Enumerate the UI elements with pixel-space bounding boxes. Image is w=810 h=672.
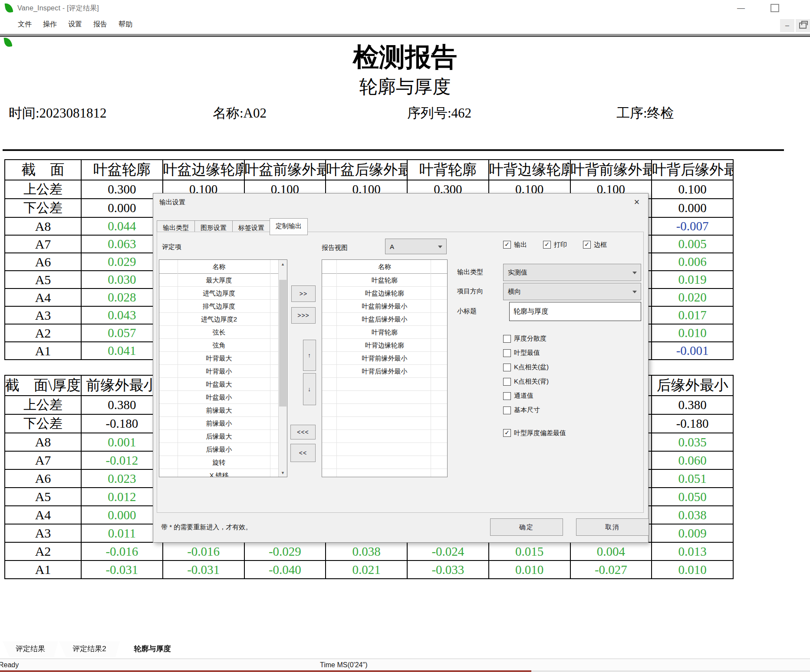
maximize-button[interactable]: [765, 0, 785, 16]
checkbox-K点相关(背)[interactable]: K点相关(背): [503, 374, 549, 389]
scrollbar-thumb[interactable]: [279, 280, 286, 406]
menu-item[interactable]: 设置: [68, 17, 82, 29]
value-cell: 0.017: [652, 306, 733, 324]
report-view-select[interactable]: A: [385, 239, 447, 254]
unchecked-checkbox-icon[interactable]: [503, 392, 511, 400]
list-item[interactable]: 叶盆边缘轮廓: [322, 287, 447, 300]
value-cell: 0.380: [652, 396, 733, 414]
mdi-minimize-icon: –: [785, 22, 789, 30]
column-header: 叶背轮廓: [407, 160, 489, 180]
menu-item[interactable]: 文件: [18, 17, 32, 29]
list-item[interactable]: 叶背边缘轮廓: [322, 339, 447, 352]
checkbox-打印[interactable]: 打印: [543, 239, 567, 250]
move-up-button[interactable]: ↑: [303, 340, 316, 371]
header-row: 截 面叶盆轮廓叶盆边缘轮廓叶盆前缘外最小叶盆后缘外最小叶背轮廓叶背边缘轮廓叶背前…: [5, 160, 733, 180]
value-cell: -0.033: [407, 561, 489, 579]
list-item[interactable]: 叶盆轮廓: [322, 274, 447, 287]
scroll-down-icon[interactable]: ▼: [279, 469, 287, 477]
ok-button[interactable]: 确定: [490, 518, 563, 536]
menu-separator: [0, 34, 810, 37]
unchecked-checkbox-icon[interactable]: [503, 335, 511, 343]
menu-item[interactable]: 操作: [43, 17, 57, 29]
unchecked-checkbox-icon[interactable]: [503, 349, 511, 357]
list-item[interactable]: 叶盆后缘外最小: [322, 313, 447, 326]
move-down-button[interactable]: ↓: [303, 373, 316, 405]
grid-line: [178, 260, 178, 477]
unchecked-checkbox-icon[interactable]: [503, 406, 511, 414]
value-cell: 0.000: [81, 506, 163, 524]
checked-checkbox-icon[interactable]: [503, 429, 511, 437]
sheet-tab-2[interactable]: 评定结果2: [59, 641, 120, 657]
output-type-select[interactable]: 实测值: [503, 264, 641, 281]
menu-item[interactable]: 报告: [93, 17, 107, 29]
value-cell: 0.000: [652, 199, 733, 217]
checkbox-叶型厚度偏差最值[interactable]: 叶型厚度偏差最值: [503, 428, 566, 438]
checked-checkbox-icon[interactable]: [543, 241, 551, 249]
list-item[interactable]: [322, 378, 447, 391]
value-cell: -0.040: [244, 561, 326, 579]
checkbox-通道值[interactable]: 通道值: [503, 389, 549, 403]
checkbox-label: 打印: [554, 241, 567, 249]
dialog-tab-4[interactable]: 定制输出: [270, 218, 308, 235]
close-button[interactable]: ×: [631, 196, 643, 208]
list-item[interactable]: [322, 469, 447, 477]
output-type-value: 实测值: [508, 269, 527, 277]
checkbox-K点相关(盆)[interactable]: K点相关(盆): [503, 360, 549, 374]
list-item[interactable]: 叶背轮廓: [322, 326, 447, 339]
scroll-up-icon[interactable]: ▲: [279, 260, 287, 268]
list-item[interactable]: [322, 456, 447, 469]
sheet-tab-bar: 评定结果评定结果2轮廓与厚度: [0, 641, 810, 659]
value-cell: 0.029: [81, 253, 163, 271]
menu-item[interactable]: 帮助: [119, 17, 132, 29]
checkbox-label: 叶型最值: [514, 349, 540, 357]
minimize-button[interactable]: —: [731, 0, 751, 16]
list-item[interactable]: 叶背前缘外最小: [322, 352, 447, 365]
sheet-tab-3[interactable]: 轮廓与厚度: [121, 641, 184, 657]
checkbox-边框[interactable]: 边框: [583, 239, 607, 250]
checked-checkbox-icon[interactable]: [503, 241, 511, 249]
list-item[interactable]: [322, 391, 447, 404]
window-title: Vane_Inspect - [评定结果]: [17, 4, 99, 13]
checkbox-输出[interactable]: 输出: [503, 239, 527, 250]
value-cell: 0.380: [81, 396, 163, 414]
mdi-minimize-button[interactable]: –: [780, 19, 794, 32]
subtitle-input[interactable]: 轮廓与厚度: [509, 302, 641, 321]
list-item[interactable]: 叶背后缘外最小: [322, 365, 447, 378]
sheet-tab-1[interactable]: 评定结果: [3, 641, 58, 657]
value-cell: 0.011: [81, 524, 163, 542]
checkbox-label: 边框: [594, 241, 607, 249]
checkbox-厚度分散度[interactable]: 厚度分散度: [503, 331, 549, 346]
status-time: Time MS(0'24"): [320, 661, 368, 669]
checkbox-label: K点相关(背): [514, 377, 549, 386]
add-all-button[interactable]: >>>: [291, 307, 316, 324]
list-item[interactable]: [322, 443, 447, 456]
checked-checkbox-icon[interactable]: [583, 241, 591, 249]
mdi-restore-button[interactable]: [796, 19, 810, 32]
report-view-label: 报告视图: [322, 244, 348, 252]
item-direction-select[interactable]: 横向: [503, 283, 641, 300]
checkbox-label: 输出: [514, 241, 527, 249]
cancel-button[interactable]: 取消: [576, 518, 649, 536]
list-item[interactable]: [322, 417, 447, 430]
maximize-icon: [770, 4, 779, 12]
add-button[interactable]: >>: [291, 285, 316, 302]
dialog-title[interactable]: 输出设置: [159, 198, 185, 207]
value-cell: -0.180: [652, 414, 733, 433]
title-bar[interactable]: Vane_Inspect - [评定结果] —: [0, 0, 810, 16]
scrollbar[interactable]: ▲ ▼: [278, 260, 287, 477]
header-rule: [3, 149, 784, 151]
list-item[interactable]: [322, 404, 447, 417]
list-item[interactable]: 叶盆前缘外最小: [322, 300, 447, 313]
app-icon: [5, 3, 13, 13]
row-label: A4: [5, 288, 81, 306]
remove-button[interactable]: <<: [290, 444, 316, 462]
unchecked-checkbox-icon[interactable]: [503, 364, 511, 371]
checkbox-叶型最值[interactable]: 叶型最值: [503, 346, 549, 360]
row-label: A6: [5, 253, 81, 271]
checkbox-基本尺寸[interactable]: 基本尺寸: [503, 403, 549, 417]
list-item[interactable]: [322, 430, 447, 443]
value-cell: 0.051: [652, 469, 733, 488]
unchecked-checkbox-icon[interactable]: [503, 378, 511, 386]
value-cell: 0.010: [652, 324, 733, 342]
remove-all-button[interactable]: <<<: [290, 425, 316, 439]
